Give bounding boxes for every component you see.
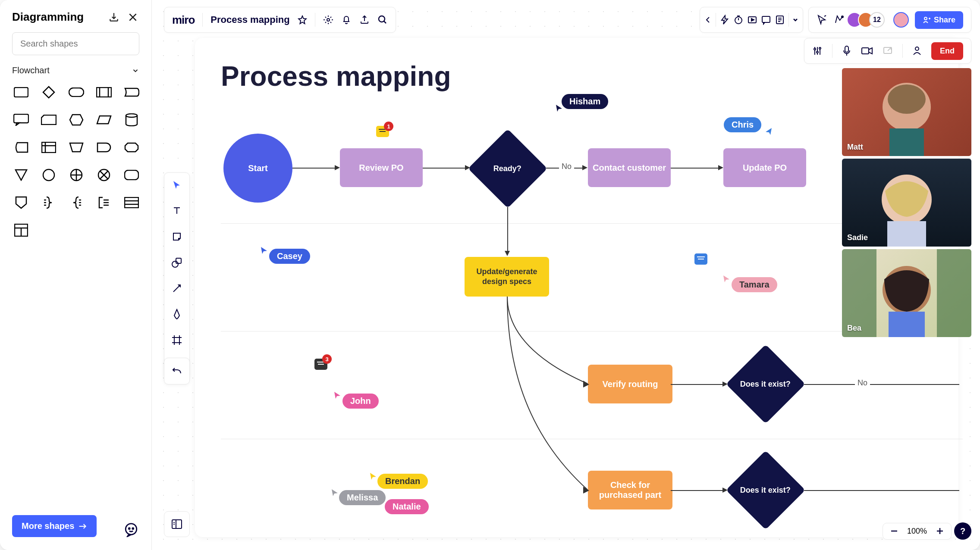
- shape-alt-process[interactable]: [122, 166, 141, 184]
- tool-connector[interactable]: [170, 281, 184, 295]
- category-flowchart[interactable]: Flowchart: [12, 66, 139, 75]
- zoom-out-icon[interactable]: [890, 527, 898, 535]
- shape-stored-data[interactable]: [12, 138, 30, 156]
- shape-brace-left[interactable]: [67, 194, 85, 212]
- svg-marker-3: [766, 128, 772, 135]
- share-button[interactable]: Share: [915, 11, 963, 29]
- present-icon[interactable]: [747, 15, 757, 25]
- cursor-follow-icon[interactable]: [817, 14, 828, 25]
- shape-delay[interactable]: [95, 138, 113, 156]
- zoom-level[interactable]: 100%: [907, 527, 927, 536]
- shape-callout[interactable]: [12, 111, 30, 129]
- shape-cylinder[interactable]: [122, 111, 141, 129]
- comment-badge[interactable]: 3: [314, 359, 327, 370]
- svg-marker-74: [751, 19, 754, 21]
- shape-diamond[interactable]: [40, 83, 58, 101]
- shape-or[interactable]: [67, 166, 85, 184]
- shape-terminator[interactable]: [67, 83, 85, 101]
- notes-icon[interactable]: [775, 15, 785, 25]
- shape-brace-right[interactable]: [40, 194, 58, 212]
- video-tile[interactable]: Bea: [842, 249, 971, 337]
- arrow-head-icon: [722, 487, 728, 493]
- comment-badge[interactable]: 1: [376, 126, 389, 137]
- sliders-icon[interactable]: [812, 46, 823, 56]
- node-verify-routing[interactable]: Verify routing: [588, 365, 672, 403]
- panel-toggle-button[interactable]: [164, 511, 190, 537]
- bell-icon[interactable]: [341, 15, 352, 25]
- settings-icon[interactable]: [323, 15, 333, 25]
- comment-badge[interactable]: [694, 253, 707, 265]
- svg-marker-8: [370, 473, 376, 480]
- miro-logo[interactable]: miro: [172, 13, 195, 27]
- node-start[interactable]: Start: [223, 134, 292, 203]
- timer-icon[interactable]: [733, 15, 744, 25]
- export-icon[interactable]: [359, 15, 370, 25]
- avatar-count[interactable]: 12: [869, 12, 885, 28]
- close-icon[interactable]: [126, 11, 139, 24]
- import-icon[interactable]: [107, 11, 120, 24]
- shape-table[interactable]: [12, 221, 30, 239]
- shape-annotation[interactable]: [95, 194, 113, 212]
- svg-point-54: [172, 261, 178, 267]
- shape-merge[interactable]: [12, 166, 30, 184]
- bolt-icon[interactable]: [719, 15, 730, 25]
- svg-marker-10: [43, 87, 54, 98]
- tool-shapes[interactable]: [170, 256, 184, 269]
- board-name[interactable]: Process mapping: [210, 14, 289, 25]
- chevron-down-icon[interactable]: [792, 17, 798, 23]
- connector: [671, 168, 719, 169]
- tool-undo[interactable]: [170, 364, 184, 378]
- tool-sticky[interactable]: [170, 230, 184, 244]
- node-update-specs[interactable]: Update/generate design specs: [465, 257, 549, 297]
- shape-card[interactable]: [40, 111, 58, 129]
- avatar-self[interactable]: [893, 12, 909, 28]
- video-icon[interactable]: [861, 46, 873, 56]
- screen-share-icon[interactable]: [883, 46, 893, 56]
- video-name-label: Matt: [847, 143, 863, 152]
- tool-text[interactable]: [170, 204, 184, 218]
- help-button[interactable]: ?: [954, 522, 971, 540]
- chevron-left-icon[interactable]: [704, 16, 712, 24]
- node-review-po[interactable]: Review PO: [340, 148, 423, 187]
- more-shapes-button[interactable]: More shapes: [12, 515, 97, 537]
- shape-offpage[interactable]: [12, 194, 30, 212]
- shape-internal-storage[interactable]: [40, 138, 58, 156]
- participants-icon[interactable]: [912, 46, 922, 56]
- tool-frame[interactable]: [170, 333, 184, 347]
- mic-icon[interactable]: [842, 45, 851, 56]
- connector: [804, 384, 959, 385]
- shape-parallelogram[interactable]: [95, 111, 113, 129]
- shape-hexagon[interactable]: [67, 111, 85, 129]
- comment-icon[interactable]: [761, 15, 771, 25]
- svg-marker-18: [97, 116, 111, 124]
- video-tile[interactable]: Matt: [842, 68, 971, 156]
- svg-rect-11: [69, 88, 84, 97]
- search-shapes-input[interactable]: [12, 32, 139, 55]
- svg-point-89: [814, 48, 816, 50]
- shape-summing[interactable]: [95, 166, 113, 184]
- shape-manual-op[interactable]: [67, 138, 85, 156]
- tool-select[interactable]: [170, 178, 184, 192]
- shape-rectangle[interactable]: [12, 83, 30, 101]
- node-check-part[interactable]: Check for purchased part: [588, 471, 672, 509]
- feedback-icon[interactable]: [124, 522, 138, 537]
- search-icon[interactable]: [377, 15, 388, 25]
- tool-pen[interactable]: [170, 307, 184, 321]
- shape-predefined[interactable]: [95, 83, 113, 101]
- shape-loop-limit[interactable]: [122, 138, 141, 156]
- svg-marker-24: [16, 170, 27, 180]
- node-contact-customer[interactable]: Contact customer: [588, 148, 671, 187]
- shape-list[interactable]: [122, 194, 141, 212]
- shape-gallery: [12, 83, 139, 239]
- arrow-head-icon: [335, 165, 340, 170]
- end-call-button[interactable]: End: [931, 42, 963, 60]
- video-tile[interactable]: Sadie: [842, 159, 971, 247]
- shape-display[interactable]: [122, 83, 141, 101]
- star-icon[interactable]: [298, 15, 307, 25]
- undo-rail: [164, 358, 190, 384]
- reactions-icon[interactable]: [834, 14, 845, 25]
- shape-connector-circle[interactable]: [40, 166, 58, 184]
- zoom-in-icon[interactable]: [936, 527, 944, 535]
- svg-rect-20: [42, 142, 56, 153]
- node-update-po[interactable]: Update PO: [723, 148, 806, 187]
